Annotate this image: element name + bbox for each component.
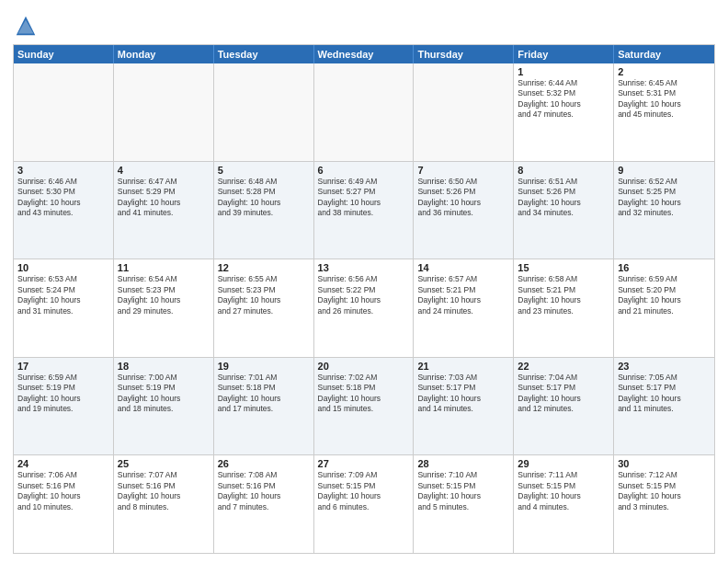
day-cell: 20Sunrise: 7:02 AM Sunset: 5:18 PM Dayli… (314, 358, 415, 455)
day-info: Sunrise: 6:59 AM Sunset: 5:19 PM Dayligh… (17, 373, 109, 415)
day-info: Sunrise: 7:08 AM Sunset: 5:16 PM Dayligh… (218, 470, 310, 512)
day-info: Sunrise: 6:45 AM Sunset: 5:31 PM Dayligh… (618, 78, 711, 121)
day-info: Sunrise: 6:49 AM Sunset: 5:27 PM Dayligh… (318, 177, 410, 219)
empty-cell (214, 63, 314, 161)
day-cell: 19Sunrise: 7:01 AM Sunset: 5:18 PM Dayli… (214, 358, 314, 455)
day-cell: 25Sunrise: 7:07 AM Sunset: 5:16 PM Dayli… (114, 455, 214, 553)
day-number: 13 (318, 262, 410, 273)
day-info: Sunrise: 6:46 AM Sunset: 5:30 PM Dayligh… (17, 177, 109, 219)
calendar-row: 1Sunrise: 6:44 AM Sunset: 5:32 PM Daylig… (14, 63, 714, 161)
day-cell: 29Sunrise: 7:11 AM Sunset: 5:15 PM Dayli… (514, 455, 614, 553)
day-info: Sunrise: 6:57 AM Sunset: 5:21 PM Dayligh… (417, 274, 509, 316)
weekday-header: Wednesday (314, 45, 415, 63)
day-info: Sunrise: 7:04 AM Sunset: 5:17 PM Dayligh… (518, 373, 609, 415)
day-number: 18 (118, 361, 210, 372)
day-cell: 3Sunrise: 6:46 AM Sunset: 5:30 PM Daylig… (14, 162, 114, 259)
day-cell: 12Sunrise: 6:55 AM Sunset: 5:23 PM Dayli… (214, 259, 314, 357)
day-cell: 27Sunrise: 7:09 AM Sunset: 5:15 PM Dayli… (314, 455, 415, 553)
day-number: 9 (618, 165, 711, 176)
day-number: 5 (218, 165, 310, 176)
day-cell: 9Sunrise: 6:52 AM Sunset: 5:25 PM Daylig… (614, 162, 714, 259)
day-number: 8 (518, 165, 609, 176)
day-cell: 15Sunrise: 6:58 AM Sunset: 5:21 PM Dayli… (514, 259, 614, 357)
calendar: SundayMondayTuesdayWednesdayThursdayFrid… (13, 44, 715, 554)
empty-cell (314, 63, 415, 161)
day-info: Sunrise: 7:09 AM Sunset: 5:15 PM Dayligh… (318, 470, 410, 512)
day-info: Sunrise: 7:12 AM Sunset: 5:15 PM Dayligh… (618, 470, 711, 512)
logo (13, 13, 40, 39)
empty-cell (114, 63, 214, 161)
day-info: Sunrise: 7:07 AM Sunset: 5:16 PM Dayligh… (118, 470, 210, 512)
day-number: 29 (518, 458, 609, 469)
day-number: 10 (17, 262, 109, 273)
day-info: Sunrise: 6:51 AM Sunset: 5:26 PM Dayligh… (518, 177, 609, 219)
calendar-row: 24Sunrise: 7:06 AM Sunset: 5:16 PM Dayli… (14, 454, 714, 553)
day-number: 30 (618, 458, 711, 469)
logo-icon (13, 13, 39, 39)
day-number: 17 (17, 361, 109, 372)
day-cell: 28Sunrise: 7:10 AM Sunset: 5:15 PM Dayli… (414, 455, 514, 553)
day-number: 21 (417, 361, 509, 372)
day-info: Sunrise: 6:58 AM Sunset: 5:21 PM Dayligh… (518, 274, 609, 316)
day-cell: 10Sunrise: 6:53 AM Sunset: 5:24 PM Dayli… (14, 259, 114, 357)
day-info: Sunrise: 6:52 AM Sunset: 5:25 PM Dayligh… (618, 177, 711, 219)
day-number: 26 (218, 458, 310, 469)
page: SundayMondayTuesdayWednesdayThursdayFrid… (0, 0, 728, 563)
day-info: Sunrise: 6:48 AM Sunset: 5:28 PM Dayligh… (218, 177, 310, 219)
day-info: Sunrise: 6:54 AM Sunset: 5:23 PM Dayligh… (118, 274, 210, 316)
day-cell: 14Sunrise: 6:57 AM Sunset: 5:21 PM Dayli… (414, 259, 514, 357)
day-info: Sunrise: 7:10 AM Sunset: 5:15 PM Dayligh… (417, 470, 509, 512)
day-cell: 5Sunrise: 6:48 AM Sunset: 5:28 PM Daylig… (214, 162, 314, 259)
svg-marker-1 (18, 19, 34, 33)
weekday-header: Thursday (414, 45, 514, 63)
day-info: Sunrise: 7:02 AM Sunset: 5:18 PM Dayligh… (318, 373, 410, 415)
day-info: Sunrise: 6:50 AM Sunset: 5:26 PM Dayligh… (417, 177, 509, 219)
day-number: 28 (417, 458, 509, 469)
weekday-header: Friday (514, 45, 614, 63)
day-number: 16 (618, 262, 711, 273)
day-info: Sunrise: 6:56 AM Sunset: 5:22 PM Dayligh… (318, 274, 410, 316)
day-cell: 30Sunrise: 7:12 AM Sunset: 5:15 PM Dayli… (614, 455, 714, 553)
day-number: 12 (218, 262, 310, 273)
weekday-header: Saturday (614, 45, 714, 63)
day-cell: 16Sunrise: 6:59 AM Sunset: 5:20 PM Dayli… (614, 259, 714, 357)
day-cell: 24Sunrise: 7:06 AM Sunset: 5:16 PM Dayli… (14, 455, 114, 553)
day-cell: 4Sunrise: 6:47 AM Sunset: 5:29 PM Daylig… (114, 162, 214, 259)
day-info: Sunrise: 7:11 AM Sunset: 5:15 PM Dayligh… (518, 470, 609, 512)
day-number: 4 (118, 165, 210, 176)
day-info: Sunrise: 6:47 AM Sunset: 5:29 PM Dayligh… (118, 177, 210, 219)
header (13, 9, 715, 39)
empty-cell (414, 63, 514, 161)
day-number: 25 (118, 458, 210, 469)
day-number: 6 (318, 165, 410, 176)
calendar-body: 1Sunrise: 6:44 AM Sunset: 5:32 PM Daylig… (14, 63, 714, 553)
day-cell: 8Sunrise: 6:51 AM Sunset: 5:26 PM Daylig… (514, 162, 614, 259)
day-info: Sunrise: 7:03 AM Sunset: 5:17 PM Dayligh… (417, 373, 509, 415)
empty-cell (14, 63, 114, 161)
day-cell: 7Sunrise: 6:50 AM Sunset: 5:26 PM Daylig… (414, 162, 514, 259)
day-number: 11 (118, 262, 210, 273)
day-number: 27 (318, 458, 410, 469)
day-number: 24 (17, 458, 109, 469)
day-cell: 17Sunrise: 6:59 AM Sunset: 5:19 PM Dayli… (14, 358, 114, 455)
day-cell: 22Sunrise: 7:04 AM Sunset: 5:17 PM Dayli… (514, 358, 614, 455)
day-info: Sunrise: 7:01 AM Sunset: 5:18 PM Dayligh… (218, 373, 310, 415)
day-number: 19 (218, 361, 310, 372)
day-number: 3 (17, 165, 109, 176)
calendar-row: 17Sunrise: 6:59 AM Sunset: 5:19 PM Dayli… (14, 357, 714, 455)
day-cell: 13Sunrise: 6:56 AM Sunset: 5:22 PM Dayli… (314, 259, 415, 357)
day-info: Sunrise: 6:44 AM Sunset: 5:32 PM Dayligh… (518, 78, 609, 121)
day-cell: 26Sunrise: 7:08 AM Sunset: 5:16 PM Dayli… (214, 455, 314, 553)
day-cell: 11Sunrise: 6:54 AM Sunset: 5:23 PM Dayli… (114, 259, 214, 357)
calendar-row: 10Sunrise: 6:53 AM Sunset: 5:24 PM Dayli… (14, 259, 714, 357)
day-info: Sunrise: 7:05 AM Sunset: 5:17 PM Dayligh… (618, 373, 711, 415)
weekday-header: Tuesday (214, 45, 314, 63)
day-cell: 23Sunrise: 7:05 AM Sunset: 5:17 PM Dayli… (614, 358, 714, 455)
day-info: Sunrise: 7:06 AM Sunset: 5:16 PM Dayligh… (17, 470, 109, 512)
day-cell: 1Sunrise: 6:44 AM Sunset: 5:32 PM Daylig… (514, 63, 614, 161)
day-info: Sunrise: 7:00 AM Sunset: 5:19 PM Dayligh… (118, 373, 210, 415)
day-number: 2 (618, 66, 711, 77)
day-info: Sunrise: 6:53 AM Sunset: 5:24 PM Dayligh… (17, 274, 109, 316)
day-cell: 6Sunrise: 6:49 AM Sunset: 5:27 PM Daylig… (314, 162, 415, 259)
day-number: 20 (318, 361, 410, 372)
